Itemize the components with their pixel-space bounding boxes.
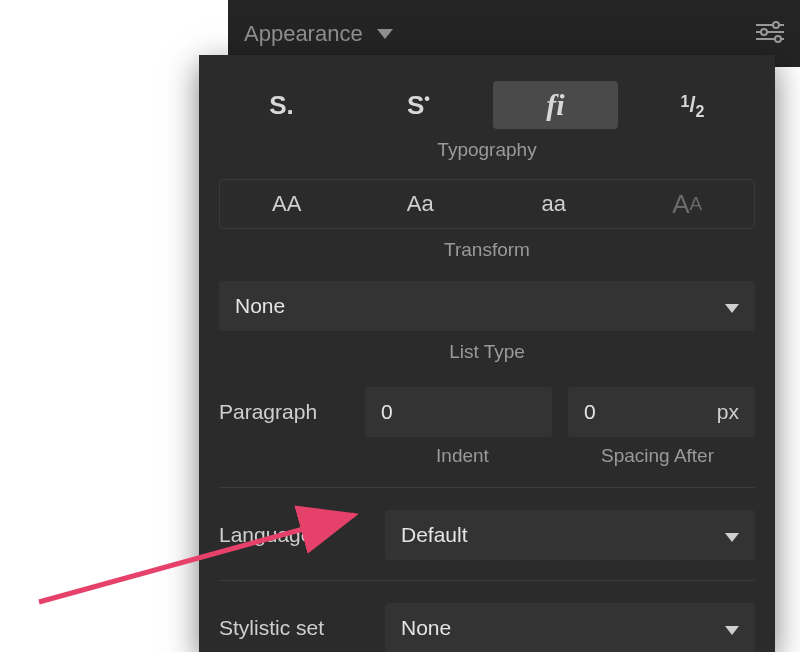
svg-marker-8 (725, 533, 739, 542)
indent-input[interactable]: 0 (365, 387, 552, 437)
fi-label: fi (546, 88, 564, 122)
language-label: Language (219, 523, 369, 547)
spacing-value: 0 (584, 400, 596, 424)
stylistic-set-row: Stylistic set None (219, 603, 755, 652)
svg-marker-0 (377, 29, 393, 39)
indent-value: 0 (381, 400, 393, 424)
paragraph-label: Paragraph (219, 400, 349, 424)
list-type-section-label: List Type (199, 341, 775, 363)
language-value: Default (401, 523, 468, 547)
svg-marker-9 (725, 626, 739, 635)
svg-point-2 (773, 22, 779, 28)
transform-lowercase-button[interactable]: aa (487, 180, 621, 228)
language-row: Language Default (219, 510, 755, 560)
typography-section-label: Typography (199, 139, 775, 161)
transform-titlecase-button[interactable]: Aa (354, 180, 488, 228)
chevron-down-icon[interactable] (377, 29, 393, 39)
s-bullet-label: S• (407, 90, 430, 121)
transform-section-label: Transform (199, 239, 775, 261)
appearance-panel: S. S• fi 1/2 Typography AA Aa aa AA Tran… (199, 55, 775, 652)
stylistic-set-value: None (401, 616, 451, 640)
list-type-value: None (235, 294, 285, 318)
svg-point-4 (761, 29, 767, 35)
typography-ligatures-button[interactable]: fi (493, 81, 618, 129)
divider (219, 487, 755, 488)
panel-title[interactable]: Appearance (244, 21, 363, 47)
paragraph-sublabels: Indent Spacing After (219, 445, 755, 467)
language-dropdown[interactable]: Default (385, 510, 755, 560)
indent-sublabel: Indent (365, 445, 560, 467)
chevron-down-icon (725, 616, 739, 640)
list-type-dropdown[interactable]: None (219, 281, 755, 331)
svg-marker-7 (725, 304, 739, 313)
stylistic-set-label: Stylistic set (219, 616, 369, 640)
divider (219, 580, 755, 581)
transform-uppercase-button[interactable]: AA (220, 180, 354, 228)
transform-buttons: AA Aa aa AA (219, 179, 755, 229)
typography-discretionary-ligatures-button[interactable]: S• (356, 81, 481, 129)
chevron-down-icon (725, 523, 739, 547)
paragraph-row: Paragraph 0 0 px (219, 387, 755, 437)
half-fraction-label: 1/2 (681, 92, 705, 118)
typography-buttons: S. S• fi 1/2 (199, 55, 775, 129)
spacing-unit: px (717, 400, 739, 424)
typography-standard-ligatures-button[interactable]: S. (219, 81, 344, 129)
sliders-icon[interactable] (756, 21, 784, 47)
typography-fractions-button[interactable]: 1/2 (630, 81, 755, 129)
svg-point-6 (775, 36, 781, 42)
stylistic-set-dropdown[interactable]: None (385, 603, 755, 652)
transform-smallcaps-button[interactable]: AA (621, 180, 755, 228)
spacing-after-sublabel: Spacing After (560, 445, 755, 467)
spacing-after-input[interactable]: 0 px (568, 387, 755, 437)
chevron-down-icon (725, 294, 739, 318)
s-dot-label: S. (269, 90, 294, 121)
